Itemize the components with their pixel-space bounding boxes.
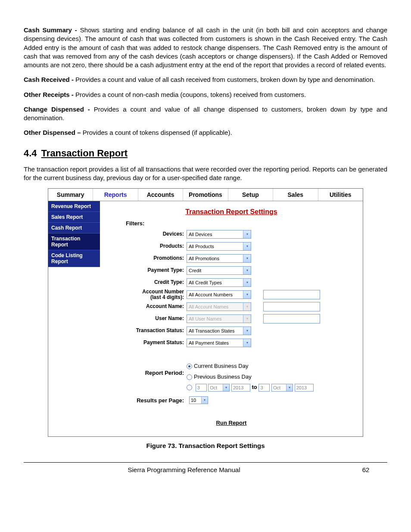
from-year-select[interactable]: 2013 [231,384,250,392]
section-heading: 4.4Transaction Report [24,148,387,159]
period-label: Report Period: [100,361,187,393]
chevron-down-icon: ▾ [246,305,248,308]
radio-previous[interactable] [187,374,192,380]
chevron-down-icon: ▾ [246,269,248,272]
tab-sales[interactable]: Sales [273,189,318,201]
tab-promotions[interactable]: Promotions [183,189,228,201]
section-title: Transaction Report [41,148,128,159]
term-cash-received: Cash Received - [24,76,75,83]
radio-current[interactable] [187,364,192,369]
filter-input-acctnum[interactable] [263,290,320,299]
para-cash-summary: Cash Summary - Shows starting and ending… [24,26,387,69]
tab-setup[interactable]: Setup [228,189,273,201]
filter-select-products[interactable]: All Products▾ [187,242,251,251]
sidebar-item-transaction-report[interactable]: Transaction Report [48,233,100,250]
term-change-dispensed: Change Dispensed - [24,106,94,113]
panel-title: Transaction Report Settings [100,208,363,216]
para-other-dispensed: Other Dispensed – Provides a count of to… [24,128,387,137]
footer-title: Sierra Programming Reference Manual [24,466,344,473]
term-cash-summary: Cash Summary - [24,26,80,34]
para-change-dispensed: Change Dispensed - Provides a count and … [24,105,387,123]
sidebar-item-revenue-report[interactable]: Revenue Report [48,201,100,212]
to-month-select[interactable]: Oct▾ [271,384,293,392]
chevron-down-icon: ▾ [246,233,248,236]
from-month-select[interactable]: Oct▾ [208,384,230,392]
text-other-dispensed: Provides a count of tokens dispensed (if… [83,129,232,136]
chevron-down-icon: ▾ [225,386,227,389]
filter-select-username: All User Names▾ [187,314,251,323]
filter-label-products: Products: [109,243,187,249]
run-report-link[interactable]: Run Report [216,420,247,426]
sidebar-item-sales-report[interactable]: Sales Report [48,212,100,223]
from-day-select[interactable]: 3 [196,384,207,392]
filter-label-paystatus: Payment Status: [109,340,187,345]
tab-accounts[interactable]: Accounts [138,189,183,201]
to-day-select[interactable]: 3 [258,384,270,392]
tab-summary[interactable]: Summary [48,189,93,201]
filter-label-acctname: Account Name: [109,304,187,309]
text-other-receipts: Provides a count of non-cash media (coup… [75,91,306,98]
results-label: Results per Page: [100,397,189,404]
filter-select-payment[interactable]: Credit▾ [187,266,251,275]
filter-select-txstatus[interactable]: All Transaction States▾ [187,327,251,335]
filter-select-devices[interactable]: All Devices▾ [187,230,251,239]
chevron-down-icon: ▾ [246,281,248,284]
filter-input-username [263,314,320,324]
filter-label-username: User Name: [109,316,187,321]
sidebar-item-cash-report[interactable]: Cash Report [48,223,100,233]
filter-input-acctname [263,302,320,311]
tab-bar: SummaryReportsAccountsPromotionsSetupSal… [48,189,363,201]
filter-select-acctnum[interactable]: All Account Numbers▾ [187,290,251,299]
filter-select-credit[interactable]: All Credit Types▾ [187,278,251,287]
figure-screenshot: SummaryReportsAccountsPromotionsSetupSal… [48,188,363,437]
sidebar-item-code-listing-report[interactable]: Code Listing Report [48,250,100,267]
para-cash-received: Cash Received - Provides a count and val… [24,75,387,84]
tab-utilities[interactable]: Utilities [318,189,363,201]
section-intro: The transaction report provides a list o… [24,165,387,183]
chevron-down-icon: ▾ [204,398,206,402]
section-number: 4.4 [24,148,37,159]
sidebar: Revenue ReportSales ReportCash ReportTra… [48,201,100,436]
filter-select-promotions[interactable]: All Promotions▾ [187,254,251,263]
term-other-dispensed: Other Dispensed – [24,129,83,136]
chevron-down-icon: ▾ [246,257,248,260]
filter-label-credit: Credit Type: [109,280,187,285]
chevron-down-icon: ▾ [246,317,248,320]
filter-label-acctnum: Account Number (last 4 digits): [109,289,187,300]
to-year-select[interactable]: 2013 [295,384,314,392]
chevron-down-icon: ▾ [246,341,248,345]
term-other-receipts: Other Receipts - [24,91,75,98]
text-cash-received: Provides a count and value of all cash r… [75,76,375,83]
chevron-down-icon: ▾ [246,293,248,296]
period-options: Current Business Day Previous Business D… [187,361,314,393]
filters-heading: Filters: [126,220,363,227]
results-select[interactable]: 10▾ [189,396,208,404]
filter-select-paystatus[interactable]: All Payment States▾ [187,339,251,347]
filter-label-payment: Payment Type: [109,268,187,273]
filter-label-devices: Devices: [109,231,187,237]
filter-select-acctname: All Account Names▾ [187,302,251,311]
period-to-label: to [252,384,257,390]
radio-range[interactable] [187,385,192,390]
period-previous-label: Previous Business Day [194,373,252,380]
period-current-label: Current Business Day [194,363,248,369]
filter-label-promotions: Promotions: [109,255,187,261]
main-panel: Transaction Report Settings Filters: Dev… [100,201,363,436]
filter-label-txstatus: Transaction Status: [109,328,187,333]
footer-page: 62 [344,466,387,473]
chevron-down-icon: ▾ [246,245,248,248]
chevron-down-icon: ▾ [289,386,290,389]
para-other-receipts: Other Receipts - Provides a count of non… [24,90,387,99]
chevron-down-icon: ▾ [246,329,248,333]
tab-reports[interactable]: Reports [93,189,138,201]
figure-caption: Figure 73. Transaction Report Settings [24,442,387,449]
page-footer: Sierra Programming Reference Manual 62 [24,462,387,473]
